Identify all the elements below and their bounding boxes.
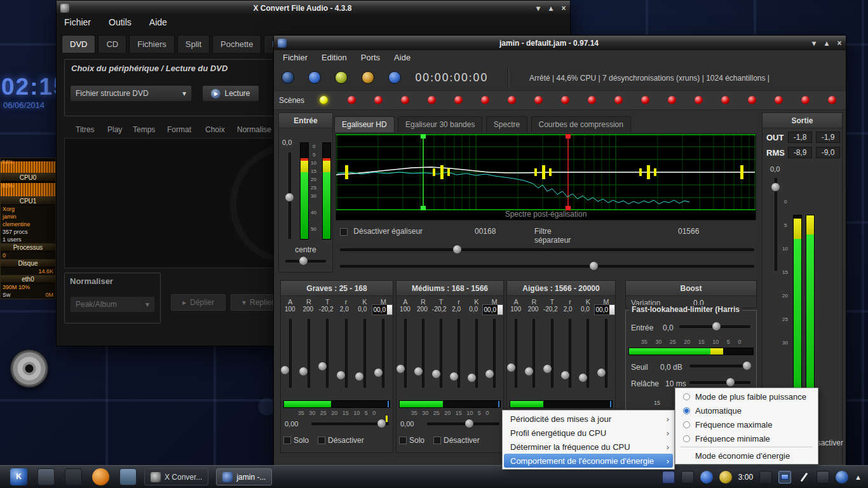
scene-led[interactable] [481,96,489,104]
files-icon[interactable] [65,468,82,485]
crossover-low-slider[interactable] [340,245,754,254]
band-slider[interactable] [397,318,414,389]
tab-dvd[interactable]: DVD [62,35,95,53]
maximize-icon[interactable]: ▴ [820,39,833,48]
scene-led[interactable] [641,96,649,104]
eq-graph[interactable] [336,134,756,210]
clementine-icon[interactable] [92,468,109,485]
jamin-menu-edition[interactable]: Edition [322,53,347,62]
menu-item-cpu-frequency[interactable]: Déterminer la fréquence du CPU› [504,440,673,454]
panel-expander-icon[interactable]: ▲ [855,473,862,481]
taskbar-task-xcfa[interactable]: X Conver... [144,468,208,485]
volume-tray-icon[interactable] [759,471,772,484]
scene-led[interactable] [775,96,783,104]
scene-led[interactable] [348,96,356,104]
jamin-menu-aide[interactable]: Aide [394,53,410,62]
close-icon[interactable]: × [557,4,570,13]
band-slider[interactable] [468,318,485,389]
submenu-item-automatic[interactable]: Automatique [677,403,817,417]
limiter-threshold-slider[interactable] [689,362,750,370]
eq-bypass-checkbox[interactable] [340,228,348,236]
maximize-icon[interactable]: ▴ [545,4,557,13]
display-tray-icon[interactable] [662,471,675,484]
shade-icon[interactable]: ▾ [532,4,545,13]
transport-button-1[interactable] [281,71,294,84]
scene-led[interactable] [668,96,676,104]
pen-tray-icon[interactable] [797,471,810,484]
band-slider[interactable] [299,318,318,389]
band-slider[interactable] [414,318,432,389]
input-gain-slider[interactable] [285,151,294,240]
scene-led[interactable] [561,96,569,104]
taskbar-clock[interactable]: 3:00 [738,473,753,482]
band-slider[interactable] [318,318,337,389]
scene-led[interactable] [374,96,383,104]
band-slider[interactable] [579,318,597,389]
transport-button-2[interactable] [308,71,321,84]
scene-led-active[interactable] [320,96,328,104]
menu-item-update-period[interactable]: Périodicité des mises à jour› [504,412,673,426]
computer-icon[interactable] [37,468,55,485]
xcfa-titlebar[interactable]: X Convert File Audio - 4.3.8 ▾ ▴ × [57,1,570,15]
scene-led[interactable] [695,96,703,104]
band-slider[interactable] [432,318,450,389]
clipboard-tray-icon[interactable] [681,471,694,484]
bluetooth-tray-icon[interactable] [836,471,848,484]
band-slider[interactable] [597,318,615,389]
menu-item-energy-profile[interactable]: Profil énergétique du CPU› [504,426,673,440]
tab-pochette[interactable]: Pochette [212,35,261,53]
menu-item-power-saving[interactable]: Comportement de l'économie d'énergie› [504,454,673,468]
band-slider[interactable] [450,318,468,389]
tab-egaliseur-30[interactable]: Egaliseur 30 bandes [398,116,482,132]
submenu-item-max-frequency[interactable]: Fréquence maximale [677,417,817,431]
display-settings-tray-icon[interactable] [778,471,791,484]
tab-cd[interactable]: CD [98,35,126,53]
lecture-button[interactable]: ▶ Lecture [202,85,259,102]
shade-icon[interactable]: ▾ [808,39,820,48]
scene-led[interactable] [401,96,409,104]
network-tray-icon[interactable] [700,471,713,484]
system-monitor[interactable]: 84% CPU0 92% CPU1 Xorg jamin clementine … [0,158,56,299]
close-icon[interactable]: × [833,39,846,48]
scene-led[interactable] [588,96,596,104]
output-gain-slider[interactable] [771,177,780,272]
unfold-button[interactable]: ▸Déplier [171,294,226,311]
band-gain-slider[interactable] [427,419,499,428]
scene-led[interactable] [454,96,463,104]
taskbar-task-jamin[interactable]: jamin -... [216,468,272,485]
submenu-item-lowest-power[interactable]: Mode de plus faible puissance [677,390,817,403]
band-gain-slider[interactable] [311,419,389,428]
xcfa-menu-aide[interactable]: Aide [149,17,167,27]
pager-icon[interactable] [119,468,137,485]
scene-led[interactable] [614,96,623,104]
transport-button-5[interactable] [388,71,401,84]
band-slider[interactable] [543,318,561,389]
band-slider[interactable] [525,318,543,389]
band-slider[interactable] [337,318,355,389]
band-slider[interactable] [485,318,503,389]
band-slider[interactable] [374,318,393,389]
submenu-item-economy-mode[interactable]: Mode économie d'énergie [677,449,817,463]
xcfa-menu-fichier[interactable]: Fichier [64,17,91,27]
scene-led[interactable] [534,96,543,104]
dvd-source-select[interactable]: Fichier structure DVD▾ [70,85,192,102]
submenu-item-min-frequency[interactable]: Fréquence minimale [677,431,817,445]
transport-button-4[interactable] [362,71,374,84]
bypass-checkbox[interactable] [433,437,441,444]
scene-led[interactable] [828,96,836,104]
limiter-input-slider[interactable] [679,322,750,331]
crossover-high-slider[interactable] [340,262,754,271]
band-slider[interactable] [281,318,299,389]
launcher-icon[interactable]: K [10,468,27,485]
tab-egaliseur-hd[interactable]: Egaliseur HD [334,116,395,132]
scene-led[interactable] [801,96,810,104]
makeup-gain-spinbox[interactable]: 00,0 [594,304,615,315]
transport-button-3[interactable] [335,71,348,84]
solo-checkbox[interactable] [399,437,407,444]
jamin-menu-fichier[interactable]: Fichier [283,53,308,62]
xcfa-menu-outils[interactable]: Outils [109,17,132,27]
notifier-tray-icon[interactable] [719,471,732,484]
band-slider[interactable] [355,318,374,389]
band-slider[interactable] [561,318,579,389]
scene-led[interactable] [428,96,436,104]
